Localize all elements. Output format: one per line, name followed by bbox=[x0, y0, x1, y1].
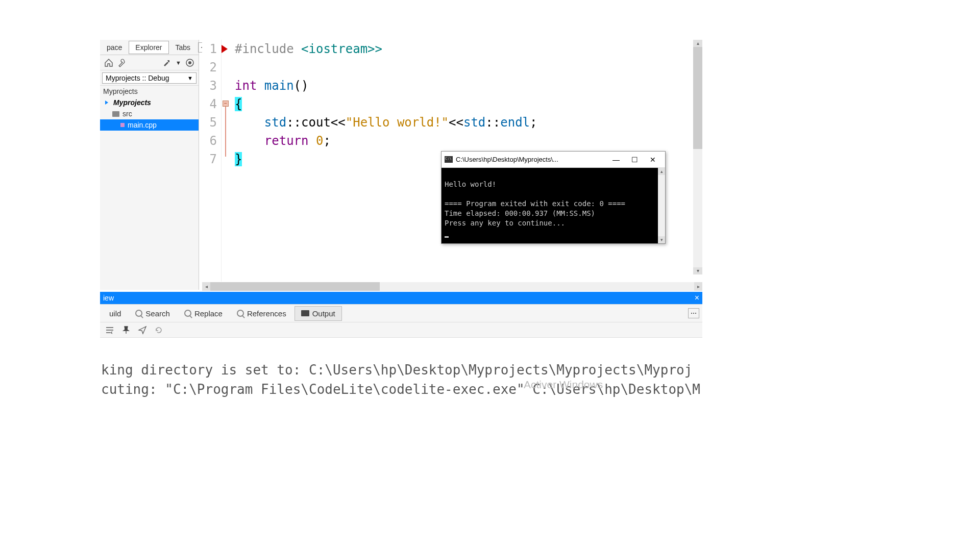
tab-references[interactable]: References bbox=[231, 307, 292, 320]
console-line: Hello world! bbox=[445, 180, 496, 188]
config-select[interactable]: Myprojects :: Debug ▼ bbox=[102, 72, 197, 84]
tab-label: Search bbox=[145, 309, 170, 318]
tree-root[interactable]: Myprojects bbox=[100, 86, 199, 97]
code-line: int main() bbox=[235, 77, 702, 95]
return-kw: return bbox=[264, 134, 316, 148]
send-icon[interactable] bbox=[138, 325, 147, 335]
op: :: bbox=[485, 115, 500, 130]
output-toolbar bbox=[100, 322, 702, 338]
stop-record-icon[interactable] bbox=[185, 58, 194, 67]
tree-project[interactable]: Myprojects bbox=[100, 97, 199, 108]
windows-activation-watermark: Activer Windows bbox=[524, 379, 603, 391]
endl: endl bbox=[500, 115, 530, 130]
tab-build[interactable]: uild bbox=[103, 307, 127, 320]
tree-folder-label: src bbox=[122, 110, 132, 118]
tab-workspace[interactable]: pace bbox=[100, 41, 129, 54]
tab-output[interactable]: Output bbox=[295, 306, 342, 321]
view-bar-label: iew bbox=[103, 294, 114, 302]
refresh-icon[interactable] bbox=[154, 325, 163, 335]
console-vscrollbar[interactable]: ▴ ▾ bbox=[658, 168, 665, 243]
close-brace: } bbox=[235, 152, 242, 166]
wrench-icon[interactable] bbox=[117, 58, 127, 67]
output-line: king directory is set to: C:\Users\hp\De… bbox=[101, 362, 692, 378]
fold-line bbox=[225, 107, 226, 157]
op: << bbox=[449, 115, 463, 130]
scroll-right-icon[interactable]: ▸ bbox=[694, 282, 702, 291]
tab-tabs[interactable]: Tabs bbox=[169, 41, 198, 54]
view-bar: iew × bbox=[100, 292, 702, 304]
search-replace-icon bbox=[184, 310, 191, 317]
indent bbox=[235, 134, 264, 148]
scroll-down-icon[interactable]: ▾ bbox=[658, 236, 665, 243]
line-num: 5 bbox=[202, 113, 217, 132]
pin-icon[interactable] bbox=[121, 325, 131, 335]
cmd-icon bbox=[445, 156, 453, 163]
code-line bbox=[235, 58, 702, 77]
fn-name: main bbox=[264, 79, 294, 93]
close-icon[interactable]: × bbox=[695, 293, 699, 303]
tree-folder-src[interactable]: src bbox=[100, 108, 199, 119]
scroll-left-icon[interactable]: ◂ bbox=[202, 282, 210, 291]
number: 0 bbox=[316, 134, 323, 148]
line-num: 7 bbox=[202, 150, 217, 168]
semi: ; bbox=[530, 115, 537, 130]
console-titlebar[interactable]: C:\Users\hp\Desktop\Myprojects\... — ☐ ✕ bbox=[442, 152, 665, 168]
parens: () bbox=[294, 79, 309, 93]
console-body[interactable]: Hello world! ==== Program exited with ex… bbox=[442, 168, 658, 243]
editor-hscrollbar[interactable]: ◂ ▸ bbox=[202, 282, 702, 291]
tab-replace[interactable]: Replace bbox=[178, 307, 229, 320]
hammer-icon[interactable] bbox=[162, 58, 172, 67]
output-line: cuting: "C:\Program Files\CodeLite\codel… bbox=[101, 382, 700, 397]
namespace: std bbox=[463, 115, 485, 130]
sidebar-toolbar: ▼ bbox=[100, 55, 199, 70]
string-literal: "Hello world!" bbox=[346, 115, 449, 130]
scroll-thumb[interactable] bbox=[693, 47, 702, 149]
scroll-down-icon[interactable]: ▾ bbox=[693, 267, 702, 274]
fold-toggle-icon[interactable]: − bbox=[223, 101, 229, 107]
tab-label: Output bbox=[312, 309, 335, 318]
bottom-tabs: uild Search Replace References Output ⋯ bbox=[100, 304, 702, 322]
line-gutter: 1 2 3 4 5 6 7 bbox=[202, 40, 222, 282]
cursor-icon bbox=[445, 236, 449, 238]
code-line: { bbox=[235, 95, 702, 113]
code-line: #include <iostream>> bbox=[235, 40, 702, 58]
tab-search[interactable]: Search bbox=[129, 307, 176, 320]
svg-point-1 bbox=[188, 61, 191, 64]
tab-more[interactable]: ⋯ bbox=[688, 308, 699, 318]
output-panel[interactable]: king directory is set to: C:\Users\hp\De… bbox=[100, 339, 702, 420]
home-icon[interactable] bbox=[104, 58, 113, 67]
dropdown-arrow-icon[interactable]: ▼ bbox=[176, 60, 181, 66]
editor-vscrollbar[interactable]: ▴ ▾ bbox=[693, 40, 702, 274]
wrap-icon[interactable] bbox=[105, 325, 114, 335]
search-icon bbox=[135, 310, 142, 317]
config-label: Myprojects :: Debug bbox=[106, 74, 169, 82]
line-num: 2 bbox=[202, 58, 217, 77]
tab-explorer[interactable]: Explorer bbox=[129, 41, 168, 54]
tree-file-label: main.cpp bbox=[128, 121, 157, 129]
tab-label: References bbox=[247, 309, 286, 318]
close-button[interactable]: ✕ bbox=[644, 154, 662, 166]
tree-file-main[interactable]: main.cpp bbox=[100, 119, 199, 131]
search-icon bbox=[237, 310, 244, 317]
type-kw: int bbox=[235, 79, 264, 93]
tree-project-label: Myprojects bbox=[113, 98, 151, 107]
line-num: 3 bbox=[202, 77, 217, 95]
scroll-thumb[interactable] bbox=[210, 282, 380, 291]
open-brace: { bbox=[235, 97, 242, 111]
line-num: 6 bbox=[202, 132, 217, 150]
indent bbox=[235, 115, 264, 130]
minimize-button[interactable]: — bbox=[607, 154, 625, 166]
scroll-up-icon[interactable]: ▴ bbox=[693, 40, 702, 47]
namespace: std bbox=[264, 115, 286, 130]
console-title: C:\Users\hp\Desktop\Myprojects\... bbox=[456, 156, 604, 163]
ide-window: pace Explorer Tabs ⋯ ▼ Myprojects :: Deb… bbox=[100, 40, 702, 399]
scroll-track[interactable] bbox=[210, 282, 694, 291]
maximize-button[interactable]: ☐ bbox=[625, 154, 644, 166]
window-buttons: — ☐ ✕ bbox=[607, 154, 662, 166]
code-line: std::cout<<"Hello world!"<<std::endl; bbox=[235, 113, 702, 132]
scroll-up-icon[interactable]: ▴ bbox=[658, 168, 665, 175]
console-window[interactable]: C:\Users\hp\Desktop\Myprojects\... — ☐ ✕… bbox=[441, 151, 666, 244]
semi: ; bbox=[323, 134, 330, 148]
file-tree: Myprojects Myprojects src main.cpp bbox=[100, 86, 199, 131]
extra-bracket: > bbox=[375, 42, 382, 56]
